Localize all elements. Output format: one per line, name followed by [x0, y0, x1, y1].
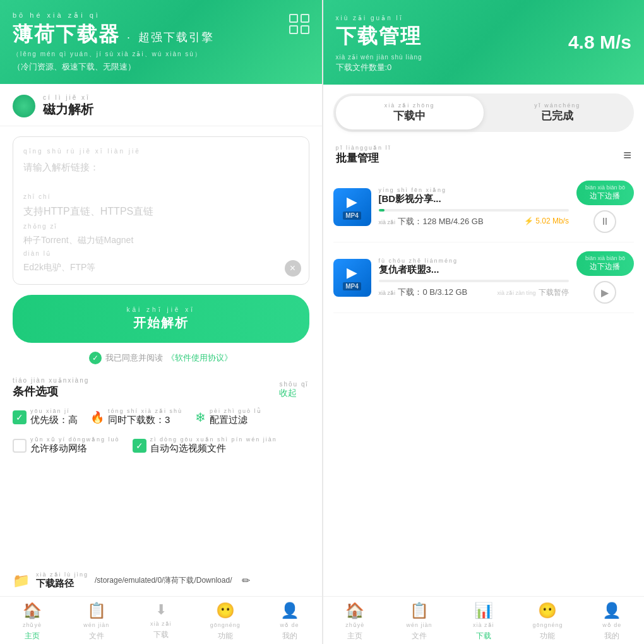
- conditions-section: tiáo jiàn xuǎnxiàng 条件选项 shōu qǐ 收起 ✓ yō…: [0, 369, 322, 565]
- item-title-2: 复仇者联盟3...: [379, 264, 569, 276]
- play-icon-2: ▶: [347, 265, 357, 281]
- input-section: qǐng shū rù jiě xī liàn jiē 请输入解析链接： zhī…: [0, 126, 322, 295]
- condition-row-2: yǔn xǔ yí dòngwǎng luò 允许移动网络 ✓ zì dòng …: [13, 436, 309, 455]
- left-nav-download[interactable]: ⬇ xià zǎi 下载: [129, 602, 193, 641]
- tabs-section: xià zǎi zhōng 下载中 yǐ wánchéng 已完成: [323, 85, 645, 141]
- tab-downloading[interactable]: xià zǎi zhōng 下载中: [336, 96, 484, 129]
- r-nav-home-label: 主页: [347, 631, 362, 641]
- r-nav-features-label: 功能: [540, 631, 555, 641]
- home-icon: 🏠: [23, 602, 42, 619]
- priority-checkbox[interactable]: ✓: [13, 410, 27, 424]
- right-nav-files[interactable]: 📋 wén jiàn 文件: [387, 602, 451, 641]
- left-desc-pinyin: （lěng mén qì yuán、jí sù xià zǎi、wú xiàn …: [13, 50, 309, 59]
- start-analyze-button[interactable]: kāi zhǐ jiě xī 开始解析: [13, 295, 309, 343]
- r-download-icon: 📊: [474, 602, 493, 619]
- magnetic-section: cí lì jiě xī 磁力解析: [0, 84, 322, 126]
- magnetic-title: 磁力解析: [43, 101, 93, 118]
- left-nav-features[interactable]: 😶 gōngnéng 功能: [193, 602, 258, 641]
- support-text-1: 支持HTTP直链、HTTPS直链: [23, 203, 283, 221]
- condition-row-1: ✓ yōu xiān jí 优先级：高 🔥 tóng shí xià zǎi s…: [13, 408, 309, 426]
- item-actions-2: biān xià biān bō 边下边播 ▶: [576, 251, 634, 304]
- tab-downloading-pinyin: xià zǎi zhōng: [336, 102, 484, 109]
- right-nav-download[interactable]: 📊 xià zǎi 下载: [451, 602, 516, 641]
- item-actions-1: biān xià biān bō 边下边播 ⏸: [576, 181, 634, 233]
- nav-label-download: 下载: [153, 629, 169, 640]
- download-path-section: 📁 xià zǎi lù jìng 下载路径 /storage/emulated…: [0, 565, 322, 596]
- tab-downloading-label: 下载中: [336, 109, 484, 123]
- right-nav-home[interactable]: 🏠 zhǔyè 主页: [323, 602, 388, 641]
- stream-button-2[interactable]: biān xià biān bō 边下边播: [576, 251, 634, 276]
- item-speed-1: ⚡ 5.02 Mb/s: [524, 217, 569, 225]
- magnetic-pinyin: cí lì jiě xī: [43, 94, 93, 101]
- filter-item: ❄ pèi zhì guò lǜ 配置过滤: [195, 408, 262, 426]
- right-sub-pinyin: xià zǎi wén jiàn shù liàng: [336, 54, 422, 61]
- left-panel: bō hé xià zǎi qì 薄荷下载器 · 超强下载引擎 （lěng mé…: [0, 0, 322, 644]
- play-icon-1: ▶: [347, 194, 357, 210]
- item-thumb-2: ▶ MP4: [333, 259, 371, 297]
- fire-icon: 🔥: [90, 410, 104, 424]
- agree-link[interactable]: 《软件使用协议》: [167, 352, 232, 364]
- tabs-row: xià zǎi zhōng 下载中 yǐ wánchéng 已完成: [333, 93, 635, 132]
- path-value: /storage/emulated/0/薄荷下载/Download/: [95, 575, 232, 586]
- left-nav-mine[interactable]: 👤 wǒ de 我的: [258, 602, 322, 641]
- tab-completed[interactable]: yǐ wánchéng 已完成: [484, 96, 631, 129]
- filter-icon: ❄: [195, 410, 206, 425]
- play-button-2[interactable]: ▶: [593, 281, 616, 304]
- menu-icon[interactable]: ≡: [623, 147, 631, 164]
- batch-title: 批量管理: [336, 151, 391, 165]
- concurrent-label: 同时下载数：3: [108, 414, 182, 426]
- tab-completed-label: 已完成: [484, 109, 631, 123]
- conditions-header: tiáo jiàn xuǎnxiàng 条件选项 shōu qǐ 收起: [13, 377, 309, 399]
- magnetic-title-wrap: cí lì jiě xī 磁力解析: [43, 94, 93, 118]
- input-box[interactable]: qǐng shū rù jiě xī liàn jiē 请输入解析链接： zhī…: [13, 136, 309, 285]
- auto-checkbox[interactable]: ✓: [133, 439, 146, 453]
- input-placeholder: qǐng shū rù jiě xī liàn jiē 请输入解析链接： zhī…: [23, 146, 283, 275]
- left-bottom-nav: 🏠 zhǔyè 主页 📋 wén jiàn 文件 ⬇ xià zǎi 下载 😶 …: [0, 596, 322, 644]
- stream-button-1[interactable]: biān xià biān bō 边下边播: [576, 181, 634, 205]
- r-nav-download-label: 下载: [476, 631, 491, 641]
- path-title: 下载路径: [36, 578, 88, 590]
- download-item-2: ▶ MP4 fù chóu zhě liánméng 复仇者联盟3... xià…: [333, 242, 635, 313]
- clear-button[interactable]: ×: [285, 260, 301, 277]
- r-files-icon: 📋: [410, 602, 429, 619]
- batch-row: pǐ liàngguǎn lǐ 批量管理 ≡: [323, 141, 645, 172]
- files-icon: 📋: [87, 602, 106, 619]
- path-pinyin: xià zǎi lù jìng: [36, 571, 88, 578]
- right-nav-mine[interactable]: 👤 wǒ de 我的: [580, 602, 644, 641]
- collapse-button[interactable]: 收起: [279, 388, 309, 399]
- mobile-checkbox[interactable]: [13, 439, 27, 453]
- nav-label-features: 功能: [218, 631, 233, 641]
- batch-pinyin: pǐ liàngguǎn lǐ: [336, 145, 391, 151]
- left-nav-home[interactable]: 🏠 zhǔyè 主页: [0, 602, 64, 641]
- left-nav-files[interactable]: 📋 wén jiàn 文件: [64, 602, 129, 641]
- right-bottom-nav: 🏠 zhǔyè 主页 📋 wén jiàn 文件 📊 xià zǎi 下载 😶 …: [323, 596, 645, 644]
- path-edit-icon[interactable]: ✏: [242, 575, 250, 587]
- item-dl-2: 下载：0 B/3.12 GB: [398, 287, 467, 297]
- nav-label-mine: 我的: [282, 631, 297, 641]
- right-header: xiù zǎi guǎn lǐ 下载管理 xià zǎi wén jiàn sh…: [323, 0, 645, 85]
- filter-label[interactable]: 配置过滤: [210, 414, 262, 426]
- item-title-pinyin-2: fù chóu zhě liánméng: [379, 258, 569, 264]
- nav-label-home: 主页: [25, 631, 40, 641]
- pause-button-1[interactable]: ⏸: [593, 210, 616, 233]
- item-title-pinyin-1: yíng shì fēn xiǎng: [379, 187, 569, 193]
- conditions-title: 条件选项: [13, 384, 89, 399]
- support-text-3: Ed2k电驴、FTP等: [23, 259, 283, 275]
- agree-check-icon: ✓: [89, 352, 102, 364]
- right-nav-features[interactable]: 😶 gōngnéng 功能: [516, 602, 580, 641]
- download-list: ▶ MP4 yíng shì fēn xiǎng [BD影视分享... xià …: [323, 172, 645, 596]
- download-item-1: ▶ MP4 yíng shì fēn xiǎng [BD影视分享... xià …: [333, 172, 635, 242]
- item-thumb-1: ▶ MP4: [333, 188, 371, 226]
- format-label-1: MP4: [343, 212, 361, 220]
- conditions-pinyin: tiáo jiàn xuǎnxiàng: [13, 377, 89, 384]
- input-hint: 请输入解析链接：: [23, 158, 283, 176]
- format-label-2: MP4: [343, 282, 361, 290]
- item-info-2: fù chóu zhě liánméng 复仇者联盟3... xià zǎi 下…: [379, 258, 569, 298]
- r-nav-mine-label: 我的: [604, 631, 619, 641]
- mobile-label: 允许移动网络: [30, 443, 120, 455]
- grid-icon: [289, 14, 309, 34]
- left-desc: （冷门资源、极速下载、无限速）: [13, 61, 309, 73]
- auto-label: 自动勾选视频文件: [150, 443, 277, 455]
- download-nav-icon: ⬇: [155, 602, 167, 618]
- left-header: bō hé xià zǎi qì 薄荷下载器 · 超强下载引擎 （lěng mé…: [0, 0, 322, 84]
